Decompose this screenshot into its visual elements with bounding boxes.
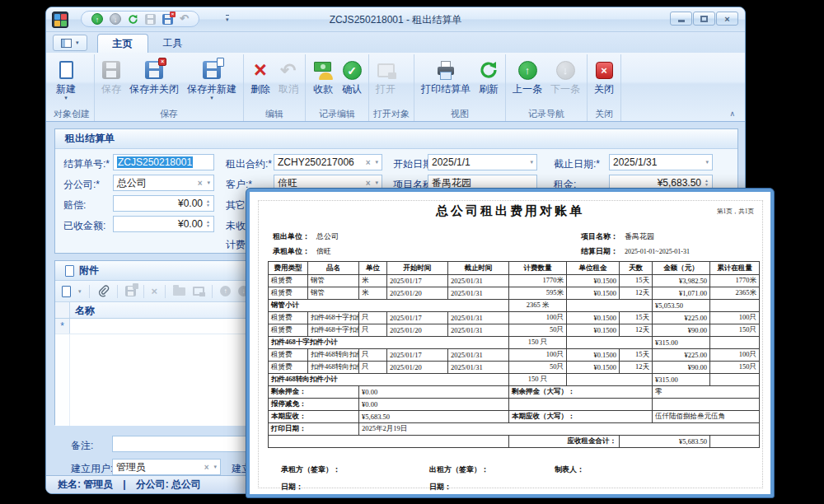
- report-cell: 扣件468十字扣件: [308, 312, 359, 324]
- close-window-button[interactable]: ×: [716, 12, 738, 26]
- new-attachment-icon[interactable]: [62, 286, 71, 297]
- subtotal-amount: ¥5,053.50: [653, 300, 710, 312]
- report-cell: 1770米: [710, 275, 760, 287]
- report-cell: 米: [359, 275, 387, 287]
- paperclip-icon[interactable]: [97, 285, 110, 297]
- clear-icon[interactable]: ×: [198, 179, 203, 188]
- group-label: 编辑: [246, 107, 302, 121]
- chevron-down-icon[interactable]: ▾: [530, 159, 533, 166]
- delete-attachment-icon[interactable]: ×: [152, 285, 158, 297]
- print-settlement-button[interactable]: 打印结算单: [417, 56, 475, 107]
- chevron-down-icon[interactable]: ▾: [375, 159, 378, 166]
- report-cell: ¥90.00: [653, 324, 710, 337]
- page-indicator: 第1页，共1页: [717, 208, 754, 216]
- group-label: 记录编辑: [308, 107, 366, 121]
- chevron-down-icon[interactable]: ▾: [78, 288, 82, 295]
- start-date-input[interactable]: 2025/1/1 ▾: [428, 154, 537, 170]
- report-cell: 2025/01/31: [448, 287, 509, 300]
- next-record-icon[interactable]: ↓: [110, 13, 121, 25]
- report-cell: ¥1,071.00: [653, 287, 710, 300]
- settlement-no-input[interactable]: ZCJS250218001: [113, 154, 214, 170]
- delete-button[interactable]: × 删除: [246, 56, 274, 107]
- undo-icon[interactable]: ↶: [180, 13, 189, 25]
- creator-combo[interactable]: 管理员 × ▾: [112, 459, 221, 475]
- save-button[interactable]: 保存: [97, 56, 125, 107]
- chevron-down-icon: ▾: [210, 96, 213, 100]
- chevron-down-icon[interactable]: ▾: [375, 180, 378, 186]
- report-cell: 扣件468十字扣件: [308, 324, 359, 337]
- branch-combo[interactable]: 总公司 × ▾: [113, 175, 214, 191]
- group-label: 打开对象: [372, 107, 411, 121]
- refresh-button[interactable]: 刷新: [475, 56, 503, 107]
- group-label: 视图: [417, 107, 503, 121]
- group-label: 保存: [97, 107, 241, 121]
- report-cell: 租赁费: [269, 349, 308, 362]
- badge-x-icon: ×: [158, 58, 166, 66]
- cancel-button[interactable]: ↶ 取消: [274, 56, 302, 107]
- next-record-button[interactable]: ↓ 下一条: [546, 56, 584, 107]
- tab-home[interactable]: 主页: [97, 34, 148, 53]
- contract-combo[interactable]: ZCHY250217006 × ▾: [274, 154, 382, 170]
- report-cell: 12天: [620, 324, 653, 337]
- report-cell: 租赁费: [269, 362, 308, 374]
- save-and-new-button[interactable]: 保存并新建 ▾: [183, 56, 241, 107]
- app-menu-button[interactable]: ▾: [53, 35, 87, 51]
- minimize-button[interactable]: [670, 12, 692, 26]
- report-data-row: 租赁费扣件468十字扣件只2025/01/202025/01/3150只¥0.1…: [269, 324, 760, 337]
- close-form-button[interactable]: × 关闭: [590, 56, 618, 107]
- money-hand-icon: [312, 59, 334, 81]
- open-button[interactable]: 打开: [372, 56, 400, 107]
- clear-icon[interactable]: ×: [366, 179, 371, 188]
- lessor-row: 租出单位：总公司: [273, 231, 339, 242]
- report-data-row: 租赁费钢管米2025/01/202025/01/31595米¥0.150012天…: [269, 287, 760, 300]
- window-controls: ×: [670, 12, 738, 26]
- report-cell: ¥0.1500: [567, 312, 620, 324]
- report-header-row: 费用类型品名单位开始时间截止时间计费数量单位租金天数金额（元）累计在租量: [269, 262, 760, 275]
- report-cell: 15天: [620, 349, 653, 362]
- report-column-header: 开始时间: [387, 262, 448, 275]
- save-close-icon[interactable]: ×: [162, 14, 173, 25]
- tab-tools[interactable]: 工具: [148, 34, 198, 53]
- save-and-close-button[interactable]: × 保存并关闭: [125, 56, 183, 107]
- ribbon-group-save: 保存 × 保存并关闭 保存并新建 ▾ 保存: [95, 54, 244, 121]
- chevron-down-icon[interactable]: ▾: [207, 180, 210, 186]
- open-window-icon[interactable]: [193, 287, 204, 296]
- lessee-sign-label: 承租方（签章）：: [281, 464, 340, 475]
- ribbon-collapse-button[interactable]: ∧: [729, 110, 735, 118]
- chevron-down-icon[interactable]: ▾: [213, 464, 217, 470]
- remark-label: 备注:: [71, 439, 93, 453]
- move-up-icon[interactable]: ↑: [220, 286, 231, 296]
- refresh-icon[interactable]: [128, 14, 138, 25]
- received-input[interactable]: ¥0.00 ▲▼: [113, 216, 214, 232]
- qat-customize-button[interactable]: ▾: [226, 15, 229, 22]
- chevron-down-icon: ▾: [76, 40, 79, 46]
- chevron-down-icon: ▾: [64, 96, 68, 100]
- maximize-button[interactable]: [693, 12, 715, 26]
- end-date-label: 截止日期:*: [554, 157, 600, 171]
- subtotal-label: 扣件468转向扣件小计: [269, 374, 509, 386]
- save-attachment-icon[interactable]: [125, 286, 136, 296]
- spinner[interactable]: ▲▼: [206, 220, 210, 228]
- receive-payment-button[interactable]: 收款: [308, 56, 338, 107]
- preparer-label: 制表人：: [555, 464, 584, 475]
- end-date-input[interactable]: 2025/1/31 ▾: [609, 154, 713, 170]
- name-column-header[interactable]: 名称: [70, 302, 95, 318]
- previous-record-button[interactable]: ↑ 上一条: [508, 56, 546, 107]
- compensation-input[interactable]: ¥0.00 ▲▼: [113, 195, 214, 212]
- clear-icon[interactable]: ×: [366, 158, 371, 167]
- report-column-header: 计费数量: [509, 262, 567, 275]
- spinner[interactable]: ▲▼: [705, 179, 709, 187]
- folder-open-icon[interactable]: [173, 287, 185, 296]
- report-cell: [567, 300, 653, 312]
- spinner[interactable]: ▲▼: [206, 199, 210, 208]
- report-cell: 2025/01/20: [387, 324, 448, 337]
- previous-record-icon[interactable]: ↑: [91, 13, 103, 25]
- chevron-down-icon[interactable]: ▾: [705, 159, 709, 166]
- report-page: 总公司租出费用对账单 第1页，共1页 租出单位：总公司 承租单位：倍旺 项目名称…: [250, 192, 770, 494]
- save-icon[interactable]: [145, 14, 156, 25]
- clear-icon[interactable]: ×: [204, 463, 209, 472]
- report-cell: 租赁费: [269, 312, 308, 324]
- new-button[interactable]: 新建 ▾: [52, 56, 80, 107]
- confirm-button[interactable]: ✓ 确认: [338, 56, 366, 107]
- total-row: 应收租金合计： ¥5,683.50: [269, 436, 760, 448]
